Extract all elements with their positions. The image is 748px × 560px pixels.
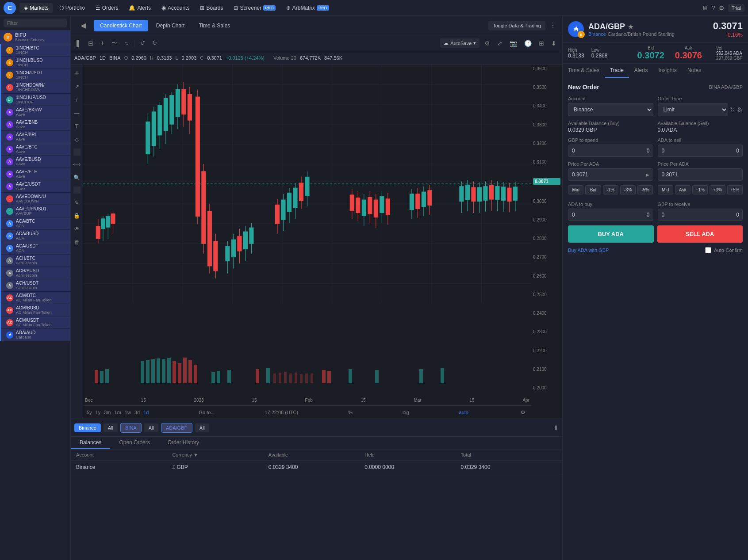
exchange-filter-btn[interactable]: Binance (74, 423, 101, 432)
screenshot-btn[interactable]: 📷 (507, 38, 519, 48)
market-pair-aave-btc[interactable]: A AAVE/BTCAave (1, 143, 70, 156)
market-pair-aca-usdt[interactable]: A ACA/USDTACA (1, 242, 70, 255)
star-icon[interactable]: ★ (628, 23, 634, 31)
collapse-sidebar-btn[interactable]: ◀ (74, 19, 92, 32)
spend-input[interactable] (568, 145, 653, 157)
buy-with-gbp-link[interactable]: Buy ADA with GBP (568, 248, 609, 253)
market-pair-aave-usdt[interactable]: A AAVE/USDTAave (1, 180, 70, 193)
market-pair-aave-bkrw[interactable]: A AAVE/BKRWAave (1, 106, 70, 118)
ask-btn-sell[interactable]: Ask (675, 185, 690, 194)
market-pair-1inchup[interactable]: 1↑ 1INCHUP/USD1INCHUP (1, 94, 70, 106)
all-filter-3[interactable]: All (195, 423, 209, 432)
market-pair-aavedown[interactable]: ↓ AAVEDOWN/UAAVEDOWN (1, 193, 70, 205)
lock-tool[interactable]: 🔒 (72, 210, 82, 221)
price-ada-buy-input[interactable]: 0.3071 ▶ (568, 168, 653, 181)
sell-recv-input[interactable] (658, 209, 743, 221)
market-pair-acm-btc[interactable]: AC ACM/BTCAC Milan Fan Token (1, 292, 70, 304)
nav-screener[interactable]: ⊟ Screener PRO (229, 3, 280, 13)
toggle-trading-btn[interactable]: Toggle Data & Trading (488, 21, 545, 30)
market-pair-ada-aud[interactable]: ₳ ADA/AUDCardano (1, 329, 70, 341)
bina-filter[interactable]: BINA (120, 423, 142, 433)
tab-time-sales[interactable]: Time & Sales (192, 20, 236, 31)
tab-candlestick-chart[interactable]: Candlestick Chart (94, 20, 148, 31)
autosave-btn[interactable]: ☁ AutoSave ▾ (440, 38, 479, 48)
chart-gear-btn[interactable]: ⚙ (518, 408, 528, 417)
undo-btn[interactable]: ↺ (138, 38, 147, 48)
shapes-tool[interactable]: ◇ (72, 134, 82, 145)
horizontal-line-tool[interactable]: — (72, 108, 82, 118)
bid-btn-buy[interactable]: Bid (585, 185, 601, 194)
buy-ada-btn[interactable]: BUY ADA (568, 225, 654, 243)
mid-btn-buy[interactable]: Mid (568, 185, 583, 194)
account-select[interactable]: Binance (568, 103, 653, 116)
period-3m[interactable]: 3m (104, 410, 111, 415)
download-chart-btn[interactable]: ⬇ (549, 38, 559, 48)
compare-btn[interactable]: ≈ (123, 38, 130, 48)
minus5-btn-buy[interactable]: -5% (637, 185, 653, 194)
download-data-btn[interactable]: ⬇ (553, 424, 559, 431)
order-type-select[interactable]: Limit (658, 103, 729, 116)
order-settings-btn[interactable]: ⚙ (737, 106, 743, 113)
tab-open-orders[interactable]: Open Orders (110, 437, 158, 449)
nav-markets[interactable]: ◈ Markets (19, 3, 53, 13)
plus5-btn-sell[interactable]: +5% (727, 185, 743, 194)
settings-icon[interactable]: ⚙ (719, 4, 725, 11)
eye-tool[interactable]: 👁 (72, 224, 82, 234)
tab-order-history[interactable]: Order History (159, 437, 208, 449)
candlestick-btn[interactable]: ⊟ (86, 38, 96, 48)
period-1m[interactable]: 1m (115, 410, 121, 415)
market-pair-aave-brl[interactable]: A AAVE/BRLAave (1, 131, 70, 143)
fullscreen-btn[interactable]: ⤢ (495, 38, 505, 48)
tab-balances[interactable]: Balances (71, 437, 110, 449)
minus3-btn-buy[interactable]: -3% (620, 185, 636, 194)
period-1y[interactable]: 1y (96, 410, 101, 415)
text-tool[interactable]: T (72, 121, 82, 132)
market-pair-ach-btc[interactable]: A ACH/BTCAchillescoin (1, 255, 70, 267)
tab-depth-chart[interactable]: Depth Chart (150, 20, 191, 31)
tab-trade[interactable]: Trade (605, 64, 629, 78)
adagbp-filter[interactable]: ADA/GBP (161, 423, 192, 433)
nav-orders[interactable]: ☰ Orders (91, 3, 123, 13)
minus1-btn-buy[interactable]: -1% (603, 185, 618, 194)
market-pair-aaveup[interactable]: ↑ AAVEUP/USD1AAVEUP (1, 205, 70, 217)
sell-ada-btn[interactable]: SELL ADA (657, 225, 743, 243)
nav-alerts[interactable]: 🔔 Alerts (124, 3, 155, 13)
zoom-tool[interactable]: 🔍 (72, 172, 82, 183)
sell-input[interactable] (658, 145, 743, 157)
tab-alerts[interactable]: Alerts (629, 64, 653, 78)
goto-btn[interactable]: Go to... (199, 410, 215, 415)
buy-qty-input[interactable] (568, 209, 653, 221)
layout-btn[interactable]: ⊞ (537, 38, 546, 48)
nav-portfolio[interactable]: ⬡ Portfolio (55, 3, 89, 13)
more-options-btn[interactable]: ⋮ (547, 20, 559, 31)
market-pair-1inch-btc[interactable]: 1 1INCH/BTC1INCH (1, 44, 70, 57)
tab-notes[interactable]: Notes (682, 64, 706, 78)
refresh-order-btn[interactable]: ↻ (730, 106, 735, 113)
market-pair-acm-busd[interactable]: AC ACM/BUSDAC Milan Fan Token (1, 304, 70, 316)
auto-confirm-checkbox[interactable] (705, 247, 711, 253)
arrow-tool[interactable]: ↗ (72, 81, 82, 92)
price-ada-sell-input[interactable]: 0.3071 (658, 168, 743, 181)
period-1w[interactable]: 1w (125, 410, 131, 415)
market-pair-1inch-usdt[interactable]: 1 1INCH/USDT1INCH (1, 69, 70, 81)
settings-chart-btn[interactable]: ⚙ (482, 38, 492, 48)
mid-btn-sell[interactable]: Mid (658, 185, 673, 194)
bar-chart-btn[interactable]: ▌ (74, 38, 83, 48)
clock-btn[interactable]: 🕐 (522, 38, 534, 48)
log-btn[interactable]: log (403, 410, 409, 415)
delete-tool[interactable]: 🗑 (72, 237, 82, 248)
plus1-btn-sell[interactable]: +1% (692, 185, 708, 194)
add-drawing-btn[interactable]: + (98, 38, 107, 49)
indicator-btn[interactable]: 〜 (109, 38, 120, 49)
trendline-tool[interactable]: / (72, 95, 82, 105)
plus3-btn-sell[interactable]: +3% (710, 185, 725, 194)
fibonacci-tool[interactable]: ⚟ (72, 197, 82, 208)
market-pair-1inchdown[interactable]: 1↓ 1INCHDOWN/1INCHDOWN (1, 81, 70, 94)
search-input[interactable] (4, 19, 67, 27)
market-pair-aave-busd[interactable]: A AAVE/BUSDAave (1, 156, 70, 168)
crosshair-tool[interactable]: ✛ (72, 68, 82, 79)
market-pair-acm-usdt[interactable]: AC ACM/USDTAC Milan Fan Token (1, 316, 70, 329)
nav-arbmatrix[interactable]: ⊕ ArbMatrix PRO (282, 3, 334, 13)
all-filter-2[interactable]: All (144, 423, 158, 432)
period-3d[interactable]: 3d (134, 410, 140, 415)
